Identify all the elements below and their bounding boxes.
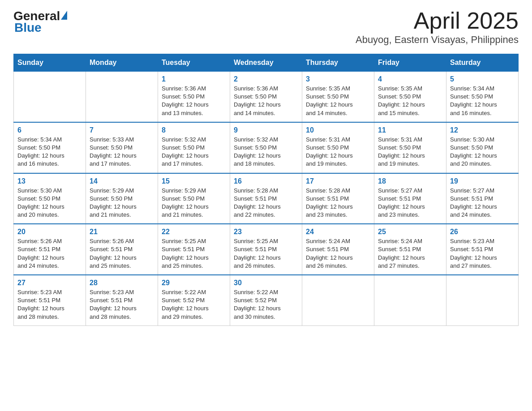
calendar-cell: 11Sunrise: 5:31 AM Sunset: 5:50 PM Dayli…: [374, 122, 446, 173]
day-number: 19: [450, 177, 515, 185]
day-number: 22: [162, 228, 226, 236]
day-info: Sunrise: 5:34 AM Sunset: 5:50 PM Dayligh…: [450, 85, 515, 117]
day-info: Sunrise: 5:22 AM Sunset: 5:52 PM Dayligh…: [162, 288, 226, 321]
day-number: 7: [90, 126, 154, 134]
logo-text-blue: Blue: [14, 21, 42, 35]
calendar-cell: 16Sunrise: 5:28 AM Sunset: 5:51 PM Dayli…: [230, 173, 302, 224]
day-info: Sunrise: 5:26 AM Sunset: 5:51 PM Dayligh…: [90, 237, 154, 270]
day-number: 6: [17, 126, 82, 134]
day-info: Sunrise: 5:36 AM Sunset: 5:50 PM Dayligh…: [234, 85, 298, 117]
calendar-cell: 25Sunrise: 5:24 AM Sunset: 5:51 PM Dayli…: [374, 224, 446, 275]
day-info: Sunrise: 5:30 AM Sunset: 5:50 PM Dayligh…: [17, 187, 82, 219]
day-number: 3: [306, 75, 370, 83]
day-info: Sunrise: 5:27 AM Sunset: 5:51 PM Dayligh…: [450, 187, 515, 219]
calendar-cell: 15Sunrise: 5:29 AM Sunset: 5:50 PM Dayli…: [158, 173, 230, 224]
calendar-cell: 19Sunrise: 5:27 AM Sunset: 5:51 PM Dayli…: [446, 173, 519, 224]
day-number: 8: [162, 126, 226, 134]
calendar-day-header: Thursday: [302, 54, 374, 72]
calendar-day-header: Sunday: [14, 54, 86, 72]
calendar-table: SundayMondayTuesdayWednesdayThursdayFrid…: [13, 54, 519, 326]
page-title: April 2025: [356, 9, 519, 32]
day-number: 9: [234, 126, 298, 134]
day-info: Sunrise: 5:33 AM Sunset: 5:50 PM Dayligh…: [90, 136, 154, 168]
day-info: Sunrise: 5:36 AM Sunset: 5:50 PM Dayligh…: [162, 85, 226, 117]
calendar-cell: 23Sunrise: 5:25 AM Sunset: 5:51 PM Dayli…: [230, 224, 302, 275]
day-number: 30: [234, 279, 298, 287]
calendar-day-header: Monday: [86, 54, 158, 72]
calendar-day-header: Wednesday: [230, 54, 302, 72]
day-number: 13: [17, 177, 82, 185]
day-number: 26: [450, 228, 515, 236]
page-subtitle: Abuyog, Eastern Visayas, Philippines: [356, 34, 519, 46]
calendar-cell: [374, 275, 446, 325]
calendar-cell: 10Sunrise: 5:31 AM Sunset: 5:50 PM Dayli…: [302, 122, 374, 173]
day-info: Sunrise: 5:25 AM Sunset: 5:51 PM Dayligh…: [162, 237, 226, 270]
day-info: Sunrise: 5:26 AM Sunset: 5:51 PM Dayligh…: [17, 237, 82, 270]
day-info: Sunrise: 5:35 AM Sunset: 5:50 PM Dayligh…: [306, 85, 370, 117]
day-number: 23: [234, 228, 298, 236]
title-block: April 2025 Abuyog, Eastern Visayas, Phil…: [356, 9, 519, 46]
day-info: Sunrise: 5:29 AM Sunset: 5:50 PM Dayligh…: [90, 187, 154, 219]
calendar-cell: 21Sunrise: 5:26 AM Sunset: 5:51 PM Dayli…: [86, 224, 158, 275]
page-header: General Blue April 2025 Abuyog, Eastern …: [13, 9, 519, 46]
calendar-cell: 29Sunrise: 5:22 AM Sunset: 5:52 PM Dayli…: [158, 275, 230, 325]
day-info: Sunrise: 5:28 AM Sunset: 5:51 PM Dayligh…: [234, 187, 298, 219]
day-info: Sunrise: 5:29 AM Sunset: 5:50 PM Dayligh…: [162, 187, 226, 219]
calendar-header-row: SundayMondayTuesdayWednesdayThursdayFrid…: [14, 54, 519, 72]
day-number: 27: [17, 279, 82, 287]
calendar-cell: 22Sunrise: 5:25 AM Sunset: 5:51 PM Dayli…: [158, 224, 230, 275]
calendar-cell: 24Sunrise: 5:24 AM Sunset: 5:51 PM Dayli…: [302, 224, 374, 275]
day-info: Sunrise: 5:31 AM Sunset: 5:50 PM Dayligh…: [378, 136, 442, 168]
day-info: Sunrise: 5:22 AM Sunset: 5:52 PM Dayligh…: [234, 288, 298, 321]
day-number: 12: [450, 126, 515, 134]
day-info: Sunrise: 5:23 AM Sunset: 5:51 PM Dayligh…: [450, 237, 515, 270]
day-info: Sunrise: 5:27 AM Sunset: 5:51 PM Dayligh…: [378, 187, 442, 219]
calendar-cell: 8Sunrise: 5:32 AM Sunset: 5:50 PM Daylig…: [158, 122, 230, 173]
calendar-cell: 18Sunrise: 5:27 AM Sunset: 5:51 PM Dayli…: [374, 173, 446, 224]
day-info: Sunrise: 5:23 AM Sunset: 5:51 PM Dayligh…: [90, 288, 154, 321]
calendar-cell: 14Sunrise: 5:29 AM Sunset: 5:50 PM Dayli…: [86, 173, 158, 224]
day-info: Sunrise: 5:30 AM Sunset: 5:50 PM Dayligh…: [450, 136, 515, 168]
day-info: Sunrise: 5:32 AM Sunset: 5:50 PM Dayligh…: [234, 136, 298, 168]
day-number: 4: [378, 75, 442, 83]
calendar-day-header: Saturday: [446, 54, 519, 72]
day-number: 16: [234, 177, 298, 185]
calendar-day-header: Friday: [374, 54, 446, 72]
calendar-cell: 26Sunrise: 5:23 AM Sunset: 5:51 PM Dayli…: [446, 224, 519, 275]
calendar-cell: 28Sunrise: 5:23 AM Sunset: 5:51 PM Dayli…: [86, 275, 158, 325]
day-info: Sunrise: 5:25 AM Sunset: 5:51 PM Dayligh…: [234, 237, 298, 270]
calendar-cell: [14, 72, 86, 122]
day-number: 28: [90, 279, 154, 287]
day-number: 29: [162, 279, 226, 287]
day-info: Sunrise: 5:34 AM Sunset: 5:50 PM Dayligh…: [17, 136, 82, 168]
day-number: 17: [306, 177, 370, 185]
calendar-cell: 30Sunrise: 5:22 AM Sunset: 5:52 PM Dayli…: [230, 275, 302, 325]
calendar-cell: 3Sunrise: 5:35 AM Sunset: 5:50 PM Daylig…: [302, 72, 374, 122]
day-number: 20: [17, 228, 82, 236]
day-number: 14: [90, 177, 154, 185]
day-number: 25: [378, 228, 442, 236]
day-info: Sunrise: 5:35 AM Sunset: 5:50 PM Dayligh…: [378, 85, 442, 117]
logo: General Blue: [13, 9, 67, 35]
day-number: 10: [306, 126, 370, 134]
day-number: 15: [162, 177, 226, 185]
calendar-day-header: Tuesday: [158, 54, 230, 72]
calendar-cell: 27Sunrise: 5:23 AM Sunset: 5:51 PM Dayli…: [14, 275, 86, 325]
day-number: 5: [450, 75, 515, 83]
day-number: 11: [378, 126, 442, 134]
calendar-week-row: 6Sunrise: 5:34 AM Sunset: 5:50 PM Daylig…: [14, 122, 519, 173]
calendar-cell: [446, 275, 519, 325]
day-number: 2: [234, 75, 298, 83]
calendar-cell: 5Sunrise: 5:34 AM Sunset: 5:50 PM Daylig…: [446, 72, 519, 122]
day-number: 1: [162, 75, 226, 83]
day-number: 21: [90, 228, 154, 236]
calendar-cell: 20Sunrise: 5:26 AM Sunset: 5:51 PM Dayli…: [14, 224, 86, 275]
calendar-week-row: 1Sunrise: 5:36 AM Sunset: 5:50 PM Daylig…: [14, 72, 519, 122]
day-info: Sunrise: 5:32 AM Sunset: 5:50 PM Dayligh…: [162, 136, 226, 168]
calendar-cell: 1Sunrise: 5:36 AM Sunset: 5:50 PM Daylig…: [158, 72, 230, 122]
calendar-cell: [86, 72, 158, 122]
day-number: 24: [306, 228, 370, 236]
calendar-cell: 2Sunrise: 5:36 AM Sunset: 5:50 PM Daylig…: [230, 72, 302, 122]
calendar-week-row: 27Sunrise: 5:23 AM Sunset: 5:51 PM Dayli…: [14, 275, 519, 325]
calendar-cell: 6Sunrise: 5:34 AM Sunset: 5:50 PM Daylig…: [14, 122, 86, 173]
